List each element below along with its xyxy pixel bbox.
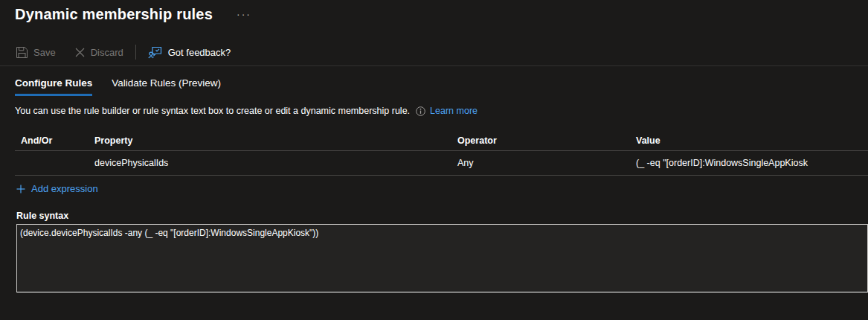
more-options-button[interactable]: ··· (234, 5, 254, 23)
save-button[interactable]: Save (16, 47, 56, 58)
tab-configure-rules[interactable]: Configure Rules (15, 77, 92, 96)
discard-button-label: Discard (91, 47, 123, 58)
add-expression-label: Add expression (31, 183, 98, 194)
col-header-property: Property (94, 135, 457, 146)
discard-x-icon (75, 48, 85, 57)
add-expression-button[interactable]: Add expression (16, 183, 98, 194)
rule-syntax-textarea[interactable]: (device.devicePhysicalIds -any (_ -eq "[… (16, 224, 868, 292)
info-icon (416, 106, 425, 116)
rule-row-value[interactable]: (_ -eq "[orderID]:WindowsSingleAppKiosk (636, 158, 868, 168)
col-header-operator: Operator (457, 135, 636, 146)
page-title: Dynamic membership rules (15, 6, 213, 23)
rule-syntax-label: Rule syntax (16, 211, 68, 221)
col-header-andor: And/Or (15, 135, 94, 146)
save-icon (16, 47, 28, 58)
rule-row-property[interactable]: devicePhysicalIds (94, 158, 457, 168)
feedback-icon (148, 46, 162, 59)
got-feedback-label: Got feedback? (168, 47, 231, 58)
toolbar-separator (0, 65, 868, 66)
command-bar: Save Discard Got feedback? (16, 42, 231, 62)
tab-bar: Configure Rules Validate Rules (Preview) (15, 77, 221, 96)
rule-expression-row[interactable]: devicePhysicalIds Any (_ -eq "[orderID]:… (15, 151, 868, 176)
discard-button[interactable]: Discard (75, 47, 123, 58)
rule-table-header: And/Or Property Operator Value (15, 130, 868, 151)
info-row: You can use the rule builder or rule syn… (15, 106, 478, 116)
dynamic-membership-rules-page: Dynamic membership rules ··· Save D (0, 0, 868, 320)
info-text: You can use the rule builder or rule syn… (15, 106, 410, 116)
col-header-value: Value (636, 135, 868, 146)
learn-more-link[interactable]: Learn more (430, 106, 478, 116)
rule-row-operator[interactable]: Any (457, 158, 636, 168)
rule-builder-table: And/Or Property Operator Value devicePhy… (15, 130, 868, 176)
plus-icon (16, 185, 25, 193)
tab-validate-rules[interactable]: Validate Rules (Preview) (112, 77, 221, 96)
title-row: Dynamic membership rules ··· (15, 5, 254, 23)
toolbar-divider (135, 45, 136, 60)
got-feedback-button[interactable]: Got feedback? (148, 46, 231, 59)
save-button-label: Save (33, 47, 56, 58)
